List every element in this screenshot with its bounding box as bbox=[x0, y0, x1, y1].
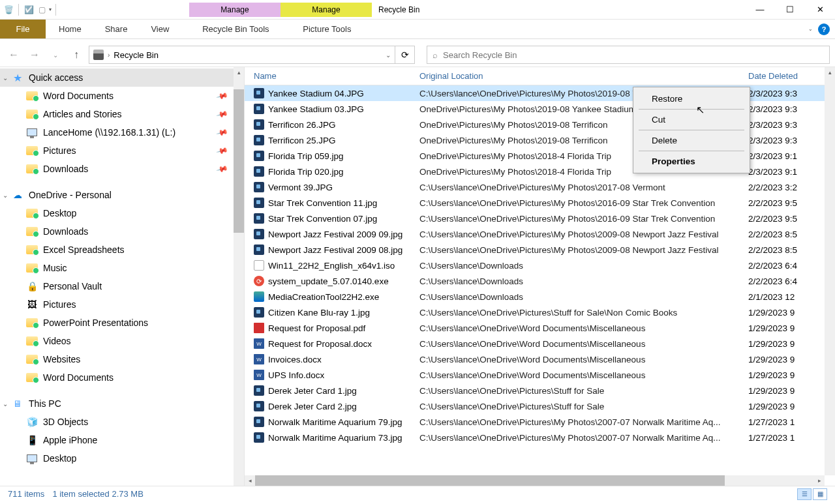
refresh-button[interactable]: ⟳ bbox=[395, 46, 415, 64]
file-original-location: C:\Users\lance\OneDrive\Word Documents\M… bbox=[417, 323, 746, 333]
sidebar-item[interactable]: Music bbox=[0, 259, 244, 277]
sidebar-scrollbar[interactable]: ▴ bbox=[234, 67, 244, 486]
tab-share[interactable]: Share bbox=[93, 20, 140, 38]
file-row[interactable]: Derek Jeter Card 2.jpgC:\Users\lance\One… bbox=[245, 398, 835, 414]
address-dropdown-icon[interactable]: ⌄ bbox=[386, 52, 391, 59]
sidebar-this-pc[interactable]: ⌄ 🖥 This PC bbox=[0, 394, 244, 413]
sidebar-item[interactable]: Articles and Stories📌 bbox=[0, 105, 244, 123]
sidebar-item[interactable]: Desktop bbox=[0, 449, 244, 467]
back-button[interactable]: ← bbox=[5, 46, 22, 63]
sidebar-item[interactable]: Downloads bbox=[0, 222, 244, 241]
forward-button[interactable]: → bbox=[26, 46, 43, 63]
file-row[interactable]: Norwalk Maritime Aquarium 79.jpgC:\Users… bbox=[245, 414, 835, 430]
sidebar-item[interactable]: Word Documents bbox=[0, 368, 244, 387]
menu-item-cut[interactable]: Cut bbox=[633, 111, 750, 128]
sidebar-item[interactable]: Websites bbox=[0, 350, 244, 368]
file-row[interactable]: MediaCreationTool22H2.exeC:\Users\lance\… bbox=[245, 289, 835, 304]
menu-item-restore[interactable]: Restore bbox=[633, 90, 750, 108]
file-type-icon bbox=[254, 260, 264, 271]
recent-chevron-icon[interactable]: ⌄ bbox=[47, 46, 64, 63]
sidebar-item-label: Downloads bbox=[43, 226, 88, 237]
close-button[interactable]: ✕ bbox=[805, 0, 835, 20]
sidebar-onedrive[interactable]: ⌄ ☁ OneDrive - Personal bbox=[0, 186, 244, 204]
file-row[interactable]: Citizen Kane Blu-ray 1.jpgC:\Users\lance… bbox=[245, 304, 835, 320]
scrollbar-thumb[interactable] bbox=[234, 89, 244, 233]
sidebar-quick-access[interactable]: ⌄ ★ Quick access bbox=[0, 68, 244, 87]
tab-view[interactable]: View bbox=[139, 20, 181, 38]
chevron-down-icon[interactable]: ⌄ bbox=[3, 74, 8, 82]
file-row[interactable]: ⟳system_update_5.07.0140.exeC:\Users\lan… bbox=[245, 273, 835, 289]
scroll-up-icon[interactable]: ▴ bbox=[825, 67, 835, 78]
column-date-deleted[interactable]: Date Deleted bbox=[746, 71, 835, 81]
maximize-button[interactable]: ☐ bbox=[775, 0, 805, 20]
sidebar-item[interactable]: LanceHome (\\192.168.1.31) (L:)📌 bbox=[0, 123, 244, 141]
scrollbar-thumb[interactable] bbox=[255, 475, 725, 486]
file-row[interactable]: Derek Jeter Card 1.jpgC:\Users\lance\One… bbox=[245, 383, 835, 398]
menu-item-delete[interactable]: Delete bbox=[633, 132, 750, 149]
context-tab-manage-recycle[interactable]: Manage bbox=[189, 3, 281, 17]
file-row[interactable]: Win11_22H2_English_x64v1.isoC:\Users\lan… bbox=[245, 258, 835, 273]
up-button[interactable]: ↑ bbox=[68, 46, 85, 63]
file-tab[interactable]: File bbox=[0, 20, 46, 38]
ribbon-collapse-chevron-icon[interactable]: ⌄ bbox=[808, 26, 813, 32]
qat-chevron-icon[interactable]: ▾ bbox=[49, 7, 52, 12]
folder-icon bbox=[26, 318, 38, 328]
file-row[interactable]: Star Trek Convention 07.jpgC:\Users\lanc… bbox=[245, 211, 835, 226]
details-view-button[interactable]: ☰ bbox=[797, 488, 812, 500]
scroll-left-icon[interactable]: ◂ bbox=[245, 475, 255, 486]
sidebar-item[interactable]: 🔒Personal Vault bbox=[0, 277, 244, 295]
file-row[interactable]: Request for Proposal.pdfC:\Users\lance\O… bbox=[245, 320, 835, 336]
file-name: UPS Info.docx bbox=[268, 370, 324, 380]
columns-header[interactable]: Name Original Location Date Deleted bbox=[245, 67, 835, 85]
sidebar-item[interactable]: PowerPoint Presentations bbox=[0, 314, 244, 332]
tab-picture-tools[interactable]: Picture Tools bbox=[281, 20, 372, 38]
sidebar-item[interactable]: 📱Apple iPhone bbox=[0, 431, 244, 449]
sidebar-item[interactable]: Videos bbox=[0, 332, 244, 350]
search-input[interactable] bbox=[443, 50, 824, 60]
properties-icon[interactable]: ☑️ bbox=[23, 4, 35, 16]
new-folder-icon[interactable]: ▢ bbox=[36, 4, 48, 16]
search-box[interactable]: ⌕ bbox=[427, 46, 830, 64]
file-row[interactable]: Star Trek Convention 11.jpgC:\Users\lanc… bbox=[245, 195, 835, 211]
address-bar[interactable]: › Recycle Bin ⌄ bbox=[89, 46, 395, 64]
sidebar-item[interactable]: 🧊3D Objects bbox=[0, 413, 244, 431]
file-row[interactable]: WUPS Info.docxC:\Users\lance\OneDrive\Wo… bbox=[245, 367, 835, 383]
menu-item-properties[interactable]: Properties bbox=[633, 153, 750, 170]
breadcrumb-location[interactable]: Recycle Bin bbox=[114, 50, 159, 60]
file-date-deleted: 2/2/2023 8:5 bbox=[746, 245, 835, 255]
help-icon[interactable]: ? bbox=[818, 23, 830, 35]
minimize-button[interactable]: — bbox=[745, 0, 775, 20]
file-row[interactable]: Newport Jazz Festival 2009 09.jpgC:\User… bbox=[245, 226, 835, 242]
thumbnails-view-button[interactable]: ▦ bbox=[813, 488, 827, 500]
scroll-up-icon[interactable]: ▴ bbox=[234, 67, 244, 78]
context-tab-manage-picture[interactable]: Manage bbox=[281, 3, 372, 17]
file-row[interactable]: WRequest for Proposal.docxC:\Users\lance… bbox=[245, 336, 835, 351]
chevron-down-icon[interactable]: ⌄ bbox=[3, 192, 8, 199]
file-row[interactable]: Norwalk Maritime Aquarium 73.jpgC:\Users… bbox=[245, 430, 835, 445]
file-row[interactable]: WInvoices.docxC:\Users\lance\OneDrive\Wo… bbox=[245, 351, 835, 367]
horizontal-scrollbar[interactable]: ◂ ▸ bbox=[245, 475, 825, 486]
vertical-scrollbar[interactable]: ▴ bbox=[825, 67, 835, 475]
chevron-down-icon[interactable]: ⌄ bbox=[3, 400, 8, 408]
sidebar-item[interactable]: Excel Spreadsheets bbox=[0, 241, 244, 259]
sidebar-item[interactable]: Pictures📌 bbox=[0, 141, 244, 160]
file-row[interactable]: Vermont 39.JPGC:\Users\lance\OneDrive\Pi… bbox=[245, 179, 835, 195]
column-name[interactable]: Name bbox=[245, 71, 417, 81]
breadcrumb-chevron-icon[interactable]: › bbox=[108, 52, 110, 59]
sidebar-item[interactable]: 🖼Pictures bbox=[0, 295, 244, 314]
sidebar-item[interactable]: Desktop bbox=[0, 204, 244, 222]
tab-home[interactable]: Home bbox=[47, 20, 93, 38]
scroll-right-icon[interactable]: ▸ bbox=[814, 475, 825, 486]
recycle-bin-icon[interactable]: 🗑️ bbox=[3, 4, 14, 16]
tab-recycle-bin-tools[interactable]: Recycle Bin Tools bbox=[190, 20, 281, 38]
context-menu[interactable]: RestoreCutDeleteProperties bbox=[633, 87, 750, 173]
content-area: ⌄ ★ Quick access Word Documents📌Articles… bbox=[0, 67, 835, 486]
sidebar-item[interactable]: Word Documents📌 bbox=[0, 87, 244, 105]
file-date-deleted: 2/2/2023 9:5 bbox=[746, 214, 835, 224]
sidebar-item[interactable]: Downloads📌 bbox=[0, 160, 244, 178]
column-original-location[interactable]: Original Location bbox=[417, 71, 746, 81]
file-row[interactable]: Newport Jazz Festival 2009 08.jpgC:\User… bbox=[245, 242, 835, 258]
navigation-pane[interactable]: ⌄ ★ Quick access Word Documents📌Articles… bbox=[0, 67, 245, 486]
file-name: Invoices.docx bbox=[268, 355, 322, 364]
file-name: MediaCreationTool22H2.exe bbox=[268, 292, 379, 302]
